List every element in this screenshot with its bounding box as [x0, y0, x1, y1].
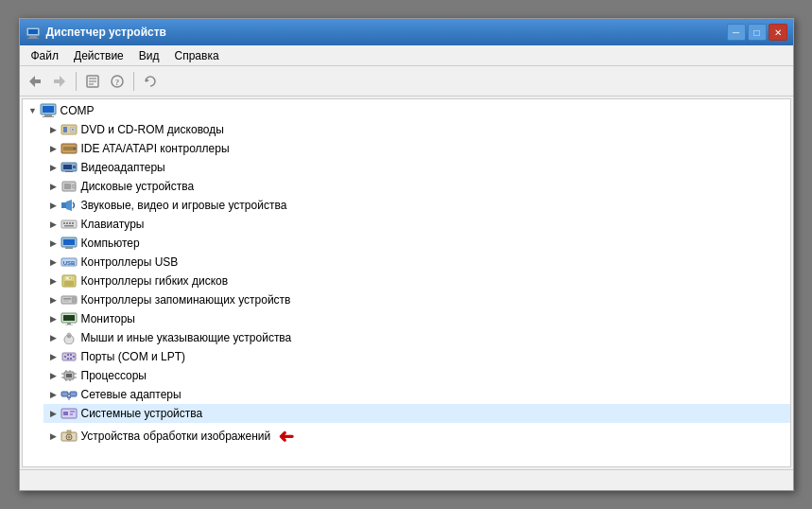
svg-point-89 [67, 436, 70, 439]
help-button[interactable]: ? [106, 70, 129, 93]
svg-rect-31 [61, 202, 66, 208]
root-label: COMP [60, 104, 95, 117]
status-bar [20, 469, 793, 490]
expand-btn[interactable]: ▶ [47, 123, 60, 136]
app-icon [26, 25, 41, 40]
video-icon [60, 160, 78, 175]
expand-btn[interactable]: ▶ [47, 142, 60, 155]
svg-point-63 [70, 354, 72, 356]
minimize-button[interactable]: ─ [727, 24, 746, 41]
svg-rect-50 [63, 298, 71, 300]
item-label: Контроллеры USB [81, 255, 179, 269]
menu-file[interactable]: Файл [24, 47, 67, 64]
back-button[interactable] [24, 70, 46, 93]
item-label: Видеоадаптеры [81, 161, 165, 174]
svg-rect-51 [63, 301, 69, 302]
svg-rect-26 [73, 166, 76, 168]
red-arrow: ➜ [278, 425, 294, 448]
computer-sm-icon [60, 236, 78, 251]
item-label: Системные устройства [81, 407, 203, 420]
svg-rect-84 [70, 411, 75, 412]
list-item[interactable]: ▶ Процессоры [43, 366, 790, 385]
item-label: Устройства обработки изображений [81, 430, 271, 443]
list-item[interactable]: ▶ Видеоадаптеры [43, 158, 790, 177]
list-item[interactable]: ▶ Системные устройства [43, 404, 790, 423]
svg-text:?: ? [114, 78, 119, 87]
list-item[interactable]: ▶ Клавиатуры [43, 215, 790, 234]
title-bar: Диспетчер устройств ─ □ ✕ [20, 19, 793, 45]
svg-marker-12 [146, 79, 149, 82]
menu-view[interactable]: Вид [131, 47, 167, 64]
cpu-icon [60, 368, 78, 383]
svg-point-64 [67, 358, 69, 360]
svg-point-65 [70, 358, 72, 360]
list-item[interactable]: ▶ DVD и CD-ROM дисководы [43, 120, 790, 139]
svg-rect-22 [63, 147, 75, 150]
list-item[interactable]: ▶ USB Контроллеры USB [43, 253, 790, 272]
list-item[interactable]: ▶ Сетевые адаптеры [43, 385, 790, 404]
expand-btn[interactable]: ▶ [47, 293, 60, 307]
menu-action[interactable]: Действие [66, 47, 131, 64]
list-item[interactable]: ▶ Звуковые, видео и игровые устройства [43, 196, 790, 215]
item-label: DVD и CD-ROM дисководы [81, 123, 224, 136]
expand-btn[interactable]: ▶ [47, 331, 60, 344]
svg-rect-68 [66, 374, 72, 377]
expand-btn[interactable]: ▶ [47, 237, 60, 250]
expand-btn[interactable]: ▶ [47, 350, 60, 363]
expand-btn[interactable]: ▶ [47, 274, 60, 288]
expand-btn[interactable]: ▶ [47, 430, 60, 443]
svg-rect-29 [64, 184, 71, 189]
svg-point-49 [72, 297, 76, 303]
list-item[interactable]: ▶ Дисковые устройства [43, 177, 790, 196]
maximize-button[interactable]: □ [748, 24, 767, 41]
item-label: Компьютер [81, 237, 140, 250]
svg-point-20 [72, 129, 74, 131]
expand-btn[interactable]: ▶ [47, 218, 60, 231]
root-expand[interactable]: ▼ [26, 104, 40, 117]
item-label: Дисковые устройства [81, 180, 195, 193]
menu-help[interactable]: Справка [167, 47, 227, 64]
expand-btn[interactable]: ▶ [47, 199, 60, 212]
list-item[interactable]: ▶ Контроллеры гибких дисков [43, 272, 790, 290]
list-item[interactable]: ▶ Компьютер [43, 234, 790, 253]
sound-icon [60, 198, 78, 213]
list-item[interactable]: ▶ Устройства обработки изображений ➜ [43, 423, 790, 449]
properties-button[interactable] [81, 70, 104, 93]
expand-btn[interactable]: ▶ [47, 312, 60, 325]
toolbar-separator-1 [76, 72, 77, 91]
svg-rect-14 [43, 106, 54, 113]
svg-rect-53 [63, 315, 75, 321]
forward-button[interactable] [48, 70, 71, 93]
list-item[interactable]: ▶ Мыши и иные указывающие устройства [43, 328, 790, 347]
mouse-icon [60, 330, 78, 345]
svg-marker-5 [54, 76, 65, 87]
list-item[interactable]: ▶ Мониторы [43, 309, 790, 328]
svg-rect-80 [67, 396, 71, 398]
svg-rect-83 [63, 412, 68, 415]
tree-root[interactable]: ▼ COMP [23, 101, 790, 120]
expand-btn[interactable]: ▶ [47, 369, 60, 382]
title-bar-left: Диспетчер устройств [26, 25, 166, 40]
expand-btn[interactable]: ▶ [47, 255, 60, 269]
svg-point-66 [73, 356, 75, 358]
svg-rect-87 [67, 430, 71, 433]
svg-text:USB: USB [62, 260, 75, 266]
device-tree[interactable]: ▼ COMP ▶ [22, 98, 791, 467]
list-item[interactable]: ▶ IDE ATA/ATAPI контроллеры [43, 139, 790, 158]
svg-rect-16 [43, 116, 54, 117]
close-button[interactable]: ✕ [769, 24, 787, 41]
svg-rect-18 [63, 127, 67, 132]
expand-btn[interactable]: ▶ [47, 180, 60, 193]
expand-btn[interactable]: ▶ [47, 388, 60, 401]
svg-point-61 [64, 356, 66, 358]
list-item[interactable]: ▶ Контроллеры запоминающих устройств [43, 290, 790, 309]
list-item[interactable]: ▶ Порты (COM и LPT) [43, 347, 790, 366]
expand-btn[interactable]: ▶ [47, 407, 60, 420]
network-icon [60, 387, 78, 402]
child-items: ▶ DVD и CD-ROM дисководы ▶ [23, 120, 790, 449]
item-label: Звуковые, видео и игровые устройства [81, 199, 287, 212]
svg-marker-32 [66, 200, 72, 211]
expand-btn[interactable]: ▶ [47, 161, 60, 174]
svg-rect-54 [67, 323, 71, 325]
refresh-button[interactable] [139, 70, 162, 93]
